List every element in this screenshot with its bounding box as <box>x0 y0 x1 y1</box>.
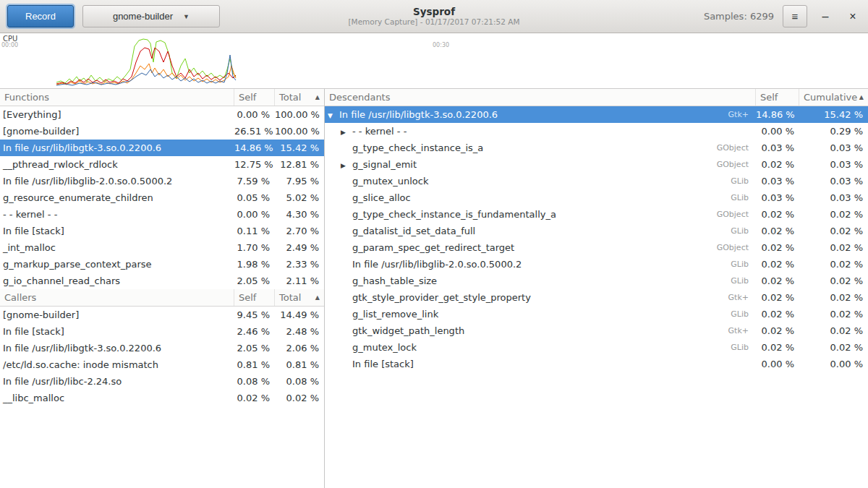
column-header-functions[interactable]: Functions <box>0 89 234 106</box>
total-cell: 2.48 % <box>275 326 324 337</box>
table-row[interactable]: ▶g_signal_emitGObject0.02 %0.03 % <box>325 156 868 173</box>
expander-icon[interactable]: ▶ <box>341 129 352 136</box>
self-cell: 0.11 % <box>234 226 275 236</box>
table-row[interactable]: g_mutex_lockGLib0.02 %0.02 % <box>325 339 868 356</box>
function-name: - - kernel - - <box>352 126 407 137</box>
table-row[interactable]: In file [stack]0.00 %0.00 % <box>325 356 868 372</box>
self-cell: 0.05 % <box>234 192 275 203</box>
functions-table-header: Functions Self Total ▲ <box>0 89 324 106</box>
table-row[interactable]: ▼In file /usr/lib/libgtk-3.so.0.2200.6Gt… <box>325 106 868 123</box>
sort-indicator-icon: ▲ <box>859 94 864 100</box>
self-cell: 7.59 % <box>234 176 275 187</box>
table-row[interactable]: In file /usr/lib/libc-2.24.so0.08 %0.08 … <box>0 373 324 390</box>
minimize-button[interactable]: – <box>816 7 835 26</box>
column-header-total[interactable]: Total ▲ <box>275 289 324 306</box>
table-row[interactable]: g_markup_parse_context_parse1.98 %2.33 % <box>0 256 324 273</box>
self-cell: 0.00 % <box>234 109 275 120</box>
table-row[interactable]: gtk_widget_path_lengthGtk+0.02 %0.02 % <box>325 322 868 339</box>
table-row[interactable]: In file /usr/lib/libglib-2.0.so.0.5000.2… <box>325 256 868 273</box>
self-cell: 2.46 % <box>234 326 275 337</box>
table-row[interactable]: In file /usr/lib/libgtk-3.so.0.2200.614.… <box>0 140 324 156</box>
self-cell: 0.02 % <box>756 292 799 303</box>
table-row[interactable]: ▶- - kernel - -0.00 %0.29 % <box>325 123 868 140</box>
column-header-self[interactable]: Self <box>756 89 799 106</box>
self-cell: 0.02 % <box>756 309 799 320</box>
functions-rows: [Everything]0.00 %100.00 %[gnome-builder… <box>0 106 324 289</box>
table-row[interactable]: g_type_check_instance_is_fundamentally_a… <box>325 206 868 223</box>
cumulative-cell: 0.02 % <box>799 209 868 220</box>
descendant-name-cell: g_slice_alloc <box>325 192 704 203</box>
content-area: Functions Self Total ▲ [Everything]0.00 … <box>0 89 868 488</box>
self-cell: 0.02 % <box>756 342 799 353</box>
function-name: In file /usr/lib/libglib-2.0.so.0.5000.2 <box>352 259 522 270</box>
total-cell: 12.81 % <box>275 159 324 170</box>
cpu-line-green <box>56 39 236 83</box>
table-row[interactable]: /etc/ld.so.cache: inode mismatch0.81 %0.… <box>0 356 324 373</box>
table-row[interactable]: In file /usr/lib/libglib-2.0.so.0.5000.2… <box>0 173 324 189</box>
table-row[interactable]: g_mutex_unlockGLib0.03 %0.03 % <box>325 173 868 189</box>
table-row[interactable]: [Everything]0.00 %100.00 % <box>0 106 324 123</box>
expander-icon[interactable]: ▼ <box>328 112 339 119</box>
table-row[interactable]: g_resource_enumerate_children0.05 %5.02 … <box>0 189 324 206</box>
table-row[interactable]: [gnome-builder]26.51 %100.00 % <box>0 123 324 140</box>
function-name: gtk_style_provider_get_style_property <box>352 292 531 303</box>
descendant-name-cell: In file [stack] <box>325 359 704 369</box>
header-bar: Record gnome-builder ▼ Sysprof [Memory C… <box>0 0 868 33</box>
table-row[interactable]: In file /usr/lib/libgtk-3.so.0.2200.62.0… <box>0 340 324 356</box>
table-row[interactable]: __pthread_rwlock_rdlock12.75 %12.81 % <box>0 156 324 173</box>
self-cell: 0.02 % <box>756 259 799 270</box>
table-row[interactable]: - - kernel - -0.00 %4.30 % <box>0 206 324 223</box>
cumulative-cell: 0.02 % <box>799 242 868 253</box>
table-row[interactable]: g_list_remove_linkGLib0.02 %0.02 % <box>325 306 868 322</box>
table-row[interactable]: _int_malloc1.70 %2.49 % <box>0 239 324 256</box>
process-selector-dropdown[interactable]: gnome-builder ▼ <box>82 5 220 27</box>
table-row[interactable]: g_type_check_instance_is_aGObject0.03 %0… <box>325 140 868 156</box>
self-cell: 1.98 % <box>234 259 275 270</box>
close-button[interactable]: × <box>843 7 862 26</box>
self-cell: 0.00 % <box>756 126 799 137</box>
self-cell: 0.00 % <box>756 359 799 369</box>
function-name: g_mutex_unlock <box>352 176 428 187</box>
descendant-name-cell: gtk_style_provider_get_style_property <box>325 292 704 303</box>
table-row[interactable]: In file [stack]2.46 %2.48 % <box>0 323 324 340</box>
library-tag: GLib <box>704 176 756 186</box>
cumulative-cell: 0.02 % <box>799 275 868 286</box>
column-header-self[interactable]: Self <box>234 89 275 106</box>
library-tag: GLib <box>704 260 756 269</box>
total-cell: 15.42 % <box>275 142 324 153</box>
table-row[interactable]: g_hash_table_sizeGLib0.02 %0.02 % <box>325 273 868 289</box>
table-row[interactable]: gtk_style_provider_get_style_propertyGtk… <box>325 289 868 306</box>
total-cell: 0.08 % <box>275 376 324 387</box>
descendants-rows: ▼In file /usr/lib/libgtk-3.so.0.2200.6Gt… <box>325 106 868 372</box>
cpu-graph-svg <box>0 33 868 88</box>
table-row[interactable]: g_slice_allocGLib0.03 %0.03 % <box>325 189 868 206</box>
table-row[interactable]: [gnome-builder]9.45 %14.49 % <box>0 307 324 323</box>
expander-icon[interactable]: ▶ <box>341 162 352 169</box>
column-header-descendants[interactable]: Descendants <box>325 89 756 106</box>
column-header-cumulative[interactable]: Cumulative ▲ <box>799 89 868 106</box>
function-name-cell: __libc_malloc <box>0 393 234 403</box>
function-name: g_hash_table_size <box>352 275 437 286</box>
process-selector-label: gnome-builder <box>113 11 173 22</box>
column-header-self[interactable]: Self <box>234 289 275 306</box>
column-header-callers[interactable]: Callers <box>0 289 234 306</box>
column-header-total[interactable]: Total ▲ <box>275 89 324 106</box>
table-row[interactable]: g_datalist_id_set_data_fullGLib0.02 %0.0… <box>325 223 868 239</box>
self-cell: 14.86 % <box>756 109 799 120</box>
table-row[interactable]: In file [stack]0.11 %2.70 % <box>0 223 324 239</box>
table-row[interactable]: __libc_malloc0.02 %0.02 % <box>0 390 324 406</box>
record-button[interactable]: Record <box>7 5 74 27</box>
cumulative-cell: 0.02 % <box>799 309 868 320</box>
hamburger-menu-button[interactable]: ≡ <box>783 5 807 27</box>
descendant-name-cell: g_list_remove_link <box>325 309 704 320</box>
table-row[interactable]: g_io_channel_read_chars2.05 %2.11 % <box>0 273 324 289</box>
table-row[interactable]: g_param_spec_get_redirect_targetGObject0… <box>325 239 868 256</box>
total-cell: 100.00 % <box>275 126 324 137</box>
function-name: In file [stack] <box>352 359 414 369</box>
function-name: g_type_check_instance_is_a <box>352 142 483 153</box>
capture-subtitle: [Memory Capture] - 01/17/2017 07:21:52 A… <box>348 17 519 27</box>
window-title-block: Sysprof [Memory Capture] - 01/17/2017 07… <box>348 6 519 27</box>
function-name: In file /usr/lib/libgtk-3.so.0.2200.6 <box>339 109 498 120</box>
function-name: g_mutex_lock <box>352 342 417 353</box>
cpu-graph[interactable]: CPU 00:00 00:30 <box>0 33 868 89</box>
